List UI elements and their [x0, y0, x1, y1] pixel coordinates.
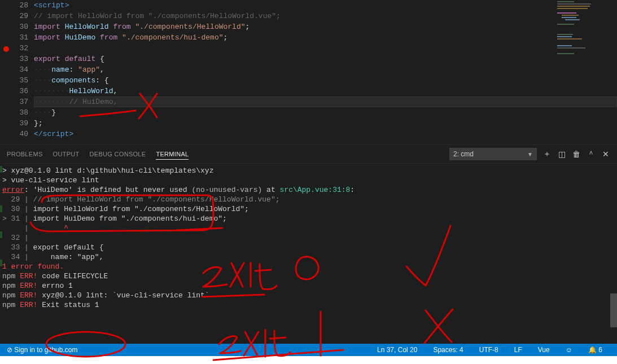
- code-line[interactable]: </script>: [34, 129, 617, 139]
- code-line[interactable]: import HuiDemo from "./components/hui-de…: [34, 32, 617, 43]
- terminal-line: 33 | export default {: [2, 243, 612, 252]
- code-line[interactable]: ····}: [34, 107, 617, 118]
- terminal-line: > 31 | import HuiDemo from "./components…: [2, 214, 612, 223]
- status-encoding[interactable]: UTF-8: [479, 346, 498, 354]
- status-indentation[interactable]: Spaces: 4: [433, 346, 463, 354]
- code-line[interactable]: import HelloWorld from "./components/Hel…: [34, 21, 617, 32]
- panel-actions: 2: cmd ▼ ＋ ◫ 🗑 ＾ ✕: [449, 148, 610, 160]
- terminal-scrollbar[interactable]: [609, 164, 617, 346]
- close-panel-icon[interactable]: ✕: [601, 150, 610, 159]
- terminal-line: npm ERR! xyz@0.1.0 lint: `vue-cli-servic…: [2, 291, 612, 300]
- new-terminal-icon[interactable]: ＋: [542, 149, 552, 159]
- split-terminal-icon[interactable]: ◫: [557, 150, 566, 159]
- code-line[interactable]: };: [34, 118, 617, 129]
- breakpoint-indicator[interactable]: [3, 46, 9, 52]
- terminal-line: 29 | // import HelloWorld from "./compon…: [2, 195, 612, 204]
- terminal-line: 34 | name: "app",: [2, 252, 612, 262]
- terminal-line: > xyz@0.1.0 lint d:\github\hui-cli\templ…: [2, 166, 612, 176]
- code-line[interactable]: [34, 43, 617, 54]
- terminal-line: 32 |: [2, 233, 612, 243]
- status-bar: ⊘ Sign in to github.com Ln 37, Col 20 Sp…: [0, 344, 617, 356]
- status-feedback-icon[interactable]: ☺: [566, 346, 572, 354]
- terminal-line: error: 'HuiDemo' is defined but never us…: [2, 185, 612, 195]
- code-line[interactable]: ····name: "app",: [34, 64, 617, 75]
- terminal-line: npm ERR! code ELIFECYCLE: [2, 271, 612, 281]
- terminal-line: | ^: [2, 223, 612, 233]
- code-editor[interactable]: 28293031323334353637383940 <script>// im…: [0, 0, 617, 144]
- terminal-line: 30 | import HelloWorld from "./component…: [2, 204, 612, 214]
- terminal-line: 1 error found.: [2, 262, 612, 271]
- code-line[interactable]: ····components: {: [34, 75, 617, 86]
- tab-terminal[interactable]: TERMINAL: [156, 151, 189, 160]
- tab-problems[interactable]: PROBLEMS: [7, 151, 43, 157]
- terminal-selector-label: 2: cmd: [453, 150, 474, 158]
- tab-output[interactable]: OUTPUT: [53, 151, 80, 157]
- line-number-gutter: 28293031323334353637383940: [11, 0, 34, 144]
- status-cursor-position[interactable]: Ln 37, Col 20: [377, 346, 417, 354]
- chevron-down-icon: ▼: [527, 151, 533, 157]
- terminal-line: > vue-cli-service lint: [2, 176, 612, 185]
- terminal-selector[interactable]: 2: cmd ▼: [449, 148, 537, 160]
- tab-debug-console[interactable]: DEBUG CONSOLE: [90, 151, 146, 157]
- status-github-signin[interactable]: ⊘ Sign in to github.com: [7, 346, 77, 354]
- code-line[interactable]: // import HelloWorld from "./components/…: [34, 11, 617, 21]
- status-notifications[interactable]: 🔔 6: [588, 346, 602, 354]
- code-line[interactable]: export default {: [34, 54, 617, 64]
- kill-terminal-icon[interactable]: 🗑: [572, 150, 581, 159]
- scrollbar-thumb[interactable]: [610, 293, 617, 327]
- glyph-margin[interactable]: [0, 0, 11, 144]
- panel-tabs: PROBLEMS OUTPUT DEBUG CONSOLE TERMINAL 2…: [0, 145, 617, 164]
- status-language[interactable]: Vue: [538, 346, 550, 354]
- code-line[interactable]: <script>: [34, 0, 617, 11]
- maximize-panel-icon[interactable]: ＾: [587, 149, 596, 159]
- terminal-output[interactable]: > xyz@0.1.0 lint d:\github\hui-cli\templ…: [0, 164, 617, 346]
- code-content[interactable]: <script>// import HelloWorld from "./com…: [34, 0, 617, 144]
- terminal-line: npm ERR! Exit status 1: [2, 300, 612, 310]
- code-line[interactable]: ········// HuiDemo,: [34, 97, 617, 107]
- status-eol[interactable]: LF: [514, 346, 522, 354]
- window-bottom-margin: [0, 356, 617, 364]
- terminal-line: npm ERR! errno 1: [2, 281, 612, 291]
- code-line[interactable]: ········HelloWorld,: [34, 86, 617, 97]
- bottom-panel: PROBLEMS OUTPUT DEBUG CONSOLE TERMINAL 2…: [0, 144, 617, 346]
